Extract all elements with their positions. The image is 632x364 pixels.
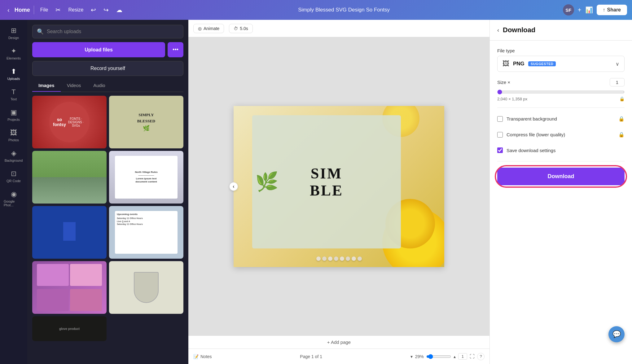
canvas-wrapper: ‹ 🌿 SIM BLE xyxy=(234,106,444,267)
zoom-slider[interactable] xyxy=(426,354,451,359)
size-slider-row: 2,040 × 1,358 px 🔒 xyxy=(497,90,625,101)
sidebar-item-qrcode[interactable]: ⊡ QR Code xyxy=(1,167,26,186)
canvas-page[interactable]: 🌿 SIM BLE xyxy=(234,106,444,267)
list-item[interactable]: North Village Rules─────────Lorem ipsum … xyxy=(109,151,183,204)
png-icon: 🖼 xyxy=(503,60,509,68)
uploads-panel: 🔍 Upload files ••• Record yourself Image… xyxy=(27,20,188,364)
compress-checkbox[interactable] xyxy=(497,132,503,138)
save-settings-checkbox[interactable] xyxy=(497,147,503,153)
canvas-text-ble: BLE xyxy=(310,182,343,199)
size-value[interactable]: 1 xyxy=(610,78,625,86)
sidebar-item-background[interactable]: ◈ Background xyxy=(1,146,26,165)
animate-icon: ◎ xyxy=(198,26,202,31)
photos-icon: 🖼 xyxy=(10,129,17,137)
search-input[interactable] xyxy=(47,29,179,34)
download-button[interactable]: Download xyxy=(497,168,625,185)
zoom-in-icon[interactable]: ▴ xyxy=(454,354,456,359)
sidebar-item-uploads[interactable]: ⬆ Uploads xyxy=(1,64,26,84)
size-slider[interactable] xyxy=(497,90,625,94)
sidebar-item-googlephotos[interactable]: ◉ Google Phot... xyxy=(1,187,26,210)
tab-images[interactable]: Images xyxy=(32,80,61,92)
time-button[interactable]: ⏱ 5.0s xyxy=(229,24,252,33)
chevron-down-icon: ∨ xyxy=(616,61,619,67)
divider-2 xyxy=(497,161,625,161)
sidebar-item-elements[interactable]: ✦ Elements xyxy=(1,44,26,63)
sidebar-item-photos[interactable]: 🖼 Photos xyxy=(1,126,26,145)
googlephotos-icon: ◉ xyxy=(11,190,17,198)
transparent-lock-icon: 🔒 xyxy=(618,116,625,122)
tabs-row: Images Videos Audio xyxy=(32,80,183,92)
list-item[interactable]: Upcoming events Saturday 11 Office Hours… xyxy=(109,206,183,259)
time-label: 5.0s xyxy=(240,26,248,31)
fullscreen-icon[interactable]: ⛶ xyxy=(470,354,475,359)
transparent-bg-label: Transparent background xyxy=(507,116,557,121)
file-button[interactable]: File xyxy=(38,6,51,14)
upload-more-button[interactable]: ••• xyxy=(168,42,183,57)
record-yourself-button[interactable]: Record yourself xyxy=(32,61,183,76)
back-icon[interactable]: ‹ xyxy=(5,5,12,15)
download-body: File type 🖼 PNG SUGGESTED ∨ Size × 1 2 xyxy=(490,41,632,193)
list-item[interactable]: so fontsyFONTS · DESIGNS · SVGs xyxy=(32,96,107,148)
help-icon[interactable]: ? xyxy=(477,353,485,360)
sidebar-item-text[interactable]: T Text xyxy=(1,85,26,104)
share-button[interactable]: ↑ Share xyxy=(597,5,627,15)
search-box: 🔍 xyxy=(32,25,183,38)
list-item[interactable] xyxy=(32,151,107,204)
list-item[interactable]: glove product xyxy=(32,316,107,341)
chat-button[interactable]: 💬 xyxy=(608,326,625,342)
clock-icon: ⏱ xyxy=(234,26,238,31)
image-grid: so fontsyFONTS · DESIGNS · SVGs SIMPLY B… xyxy=(32,96,183,341)
page-info: Page 1 of 1 xyxy=(216,354,407,359)
add-page-button[interactable]: + Add page xyxy=(188,335,489,349)
undo-icon[interactable]: ↩ xyxy=(88,5,99,15)
canvas-content[interactable]: ‹ 🌿 SIM BLE xyxy=(188,37,489,335)
text-icon: T xyxy=(11,88,15,96)
file-type-section: File type 🖼 PNG SUGGESTED ∨ xyxy=(497,48,625,72)
cloud-icon[interactable]: ☁ xyxy=(114,5,125,15)
add-collaborator-button[interactable]: + xyxy=(578,7,582,14)
download-panel-header: ‹ Download xyxy=(490,20,632,41)
size-row: Size × 1 xyxy=(497,78,625,86)
notes-icon: 📝 xyxy=(193,354,199,359)
elements-icon: ✦ xyxy=(11,47,16,55)
zoom-controls: ▾ 29% ▴ 1 ⛶ ? xyxy=(410,353,485,360)
animate-button[interactable]: ◎ Animate xyxy=(193,24,224,33)
sidebar-label-uploads: Uploads xyxy=(7,77,20,81)
projects-icon: ▣ xyxy=(11,108,17,116)
back-button[interactable]: ‹ xyxy=(497,27,499,33)
upload-files-button[interactable]: Upload files xyxy=(32,42,165,57)
sidebar-label-qrcode: QR Code xyxy=(7,179,21,183)
hide-panel-button[interactable]: ‹ xyxy=(229,182,238,191)
tab-audio[interactable]: Audio xyxy=(87,80,111,92)
sidebar-label-photos: Photos xyxy=(8,138,19,142)
transparent-bg-checkbox[interactable] xyxy=(497,116,503,122)
notes-button[interactable]: 📝 Notes xyxy=(193,354,212,359)
notes-label: Notes xyxy=(200,354,212,359)
topbar: ‹ Home File ✂ Resize ↩ ↪ ☁ Simply Blesse… xyxy=(0,0,632,20)
zoom-percent: 29% xyxy=(415,354,424,359)
sidebar-label-projects: Projects xyxy=(7,118,20,121)
download-panel-title: Download xyxy=(503,26,535,34)
stats-icon[interactable]: 📊 xyxy=(585,6,593,14)
resize-button[interactable]: Resize xyxy=(66,6,86,14)
home-button[interactable]: Home xyxy=(15,7,30,13)
search-icon: 🔍 xyxy=(37,28,44,35)
sidebar-item-design[interactable]: ⊞ Design xyxy=(1,24,26,43)
sidebar-item-projects[interactable]: ▣ Projects xyxy=(1,105,26,125)
topbar-divider xyxy=(34,6,34,14)
avatar-initials: SF xyxy=(565,7,571,13)
bottom-bar: 📝 Notes Page 1 of 1 ▾ 29% ▴ 1 ⛶ ? xyxy=(188,349,489,364)
user-avatar[interactable]: SF xyxy=(563,4,574,15)
file-type-select[interactable]: 🖼 PNG SUGGESTED ∨ xyxy=(497,56,625,72)
qrcode-icon: ⊡ xyxy=(11,170,16,178)
zoom-out-icon[interactable]: ▾ xyxy=(410,354,413,359)
list-item[interactable] xyxy=(32,206,107,259)
sidebar-label-elements: Elements xyxy=(7,56,21,60)
list-item[interactable] xyxy=(109,261,183,314)
redo-icon[interactable]: ↪ xyxy=(101,5,111,15)
tab-videos[interactable]: Videos xyxy=(61,80,87,92)
list-item[interactable] xyxy=(32,261,107,314)
list-item[interactable]: SIMPLY BLESSED 🌿 xyxy=(109,96,183,148)
main-layout: ⊞ Design ✦ Elements ⬆ Uploads T Text ▣ P… xyxy=(0,20,632,364)
page-num-button[interactable]: 1 xyxy=(458,353,467,360)
